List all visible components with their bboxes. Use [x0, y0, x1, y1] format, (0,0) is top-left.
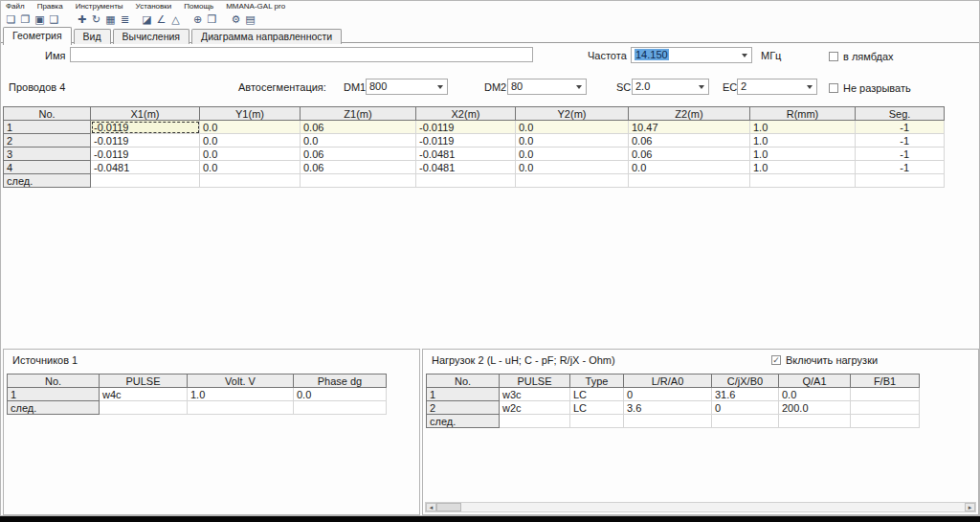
cell[interactable] — [851, 415, 920, 428]
cell[interactable]: 10.47 — [629, 121, 750, 134]
cell[interactable]: 0 — [624, 388, 712, 401]
cell[interactable]: 200.0 — [779, 401, 851, 415]
cell[interactable]: 0.0 — [200, 148, 301, 161]
cell[interactable]: 1.0 — [750, 134, 856, 148]
cell[interactable]: 3.6 — [624, 401, 712, 415]
cell[interactable]: 0.0 — [301, 134, 416, 148]
name-input[interactable] — [70, 47, 533, 62]
new-file-icon[interactable]: ❏ — [4, 12, 18, 27]
copy-sheet-icon[interactable]: ❒ — [205, 12, 219, 27]
chevron-down-icon[interactable] — [576, 85, 582, 89]
row-header-cell[interactable]: 3 — [4, 148, 91, 161]
cell[interactable]: w4c — [100, 388, 188, 401]
row-header-cell[interactable]: 1 — [4, 121, 91, 134]
cell[interactable]: w3c — [500, 388, 570, 401]
center-target-icon[interactable]: ⊕ — [190, 12, 205, 27]
open-file-icon[interactable]: ❐ — [18, 12, 33, 27]
chevron-down-icon[interactable] — [807, 85, 813, 89]
cell[interactable]: w2c — [500, 401, 570, 415]
menu-edit[interactable]: Правка — [37, 2, 63, 11]
cell[interactable]: -0.0119 — [91, 134, 200, 148]
save-icon[interactable]: ▣ — [33, 12, 47, 27]
cell[interactable]: -0.0119 — [91, 121, 200, 134]
cell[interactable]: 0.0 — [294, 388, 387, 401]
enable-loads-checkbox[interactable]: ✓ — [771, 355, 781, 365]
wire-lines-icon[interactable]: ≣ — [118, 12, 132, 27]
cell[interactable] — [856, 174, 945, 188]
tools-icon[interactable]: ⚙ — [229, 12, 243, 27]
cell[interactable] — [570, 415, 624, 428]
cell[interactable] — [516, 174, 629, 188]
cell[interactable]: -0.0481 — [416, 161, 516, 174]
tab-geometry[interactable]: Геометрия — [3, 27, 72, 45]
cell[interactable]: 0 — [712, 401, 779, 415]
cell[interactable]: -0.0481 — [91, 161, 200, 174]
tab-calculations[interactable]: Вычисления — [113, 29, 189, 44]
cell[interactable]: -1 — [856, 161, 945, 174]
frequency-combobox[interactable]: 14.150 — [631, 47, 752, 63]
cell[interactable] — [91, 174, 200, 188]
flip-icon[interactable]: ◪ — [140, 12, 154, 27]
cell[interactable] — [301, 174, 416, 188]
cell[interactable]: 0.0 — [516, 134, 629, 148]
cell[interactable] — [100, 401, 188, 415]
menu-help[interactable]: Помощь — [184, 2, 213, 11]
scroll-left-icon[interactable]: ◂ — [426, 503, 436, 511]
cell[interactable] — [851, 388, 920, 401]
cell[interactable]: 0.06 — [629, 134, 750, 148]
cell[interactable]: 0.06 — [301, 121, 416, 134]
cell[interactable] — [712, 415, 779, 428]
dm2-combobox[interactable]: 80 — [507, 79, 587, 95]
cell[interactable]: 1.0 — [188, 388, 294, 401]
cell[interactable]: 0.0 — [516, 148, 629, 161]
cell[interactable] — [624, 415, 712, 428]
cell[interactable]: -0.0481 — [416, 148, 516, 161]
angle-icon[interactable]: ∠ — [154, 12, 168, 27]
save-as-icon[interactable]: ❑ — [47, 12, 61, 27]
cell[interactable] — [779, 415, 851, 428]
cell[interactable]: -1 — [856, 121, 945, 134]
triangle-icon[interactable]: △ — [168, 12, 183, 27]
menu-file[interactable]: Файл — [6, 2, 25, 11]
cell[interactable]: -0.0119 — [91, 148, 200, 161]
ec-combobox[interactable]: 2 — [737, 79, 817, 95]
cell[interactable] — [500, 415, 570, 428]
cell[interactable]: -0.0119 — [416, 121, 516, 134]
menu-mmana-gal[interactable]: MMANA-GAL pro — [226, 2, 285, 11]
chevron-down-icon[interactable] — [437, 85, 443, 89]
loads-horizontal-scrollbar[interactable]: ◂ ▸ — [425, 502, 976, 512]
row-header-cell[interactable]: 1 — [8, 388, 100, 401]
cell[interactable]: -0.0119 — [416, 134, 516, 148]
cell[interactable]: 1.0 — [750, 148, 856, 161]
cell[interactable] — [294, 401, 387, 415]
sc-combobox[interactable]: 2.0 — [632, 79, 709, 95]
edit-wire-grid-icon[interactable]: ▦ — [103, 12, 118, 27]
row-header-cell[interactable]: 2 — [427, 401, 500, 415]
dm1-combobox[interactable]: 800 — [366, 79, 448, 95]
no-break-checkbox[interactable] — [829, 83, 838, 93]
cell[interactable] — [188, 401, 294, 415]
menu-setup[interactable]: Установки — [136, 2, 172, 11]
cell[interactable]: LC — [570, 401, 624, 415]
cell[interactable]: 0.0 — [200, 121, 301, 134]
lambda-checkbox[interactable] — [829, 52, 838, 61]
cell[interactable] — [750, 174, 856, 188]
row-header-cell[interactable]: 4 — [4, 161, 91, 174]
row-header-cell[interactable]: 1 — [427, 388, 500, 401]
chevron-down-icon[interactable] — [699, 85, 704, 89]
cell[interactable]: 0.0 — [200, 134, 301, 148]
cell[interactable]: 0.0 — [516, 161, 629, 174]
row-header-cell[interactable]: 2 — [4, 134, 91, 148]
cell[interactable] — [851, 401, 920, 415]
next-row-button[interactable]: след. — [427, 415, 500, 428]
cell[interactable]: 0.0 — [629, 161, 750, 174]
next-row-button[interactable]: след. — [8, 401, 100, 415]
cell[interactable]: 0.06 — [629, 148, 750, 161]
cell[interactable]: 1.0 — [750, 121, 856, 134]
tab-view[interactable]: Вид — [74, 29, 111, 44]
cell[interactable] — [629, 174, 750, 188]
move-wire-icon[interactable]: ✚ — [75, 12, 89, 27]
cell[interactable]: 0.06 — [301, 161, 416, 174]
cell[interactable]: LC — [570, 388, 624, 401]
cell[interactable]: 0.0 — [516, 121, 629, 134]
